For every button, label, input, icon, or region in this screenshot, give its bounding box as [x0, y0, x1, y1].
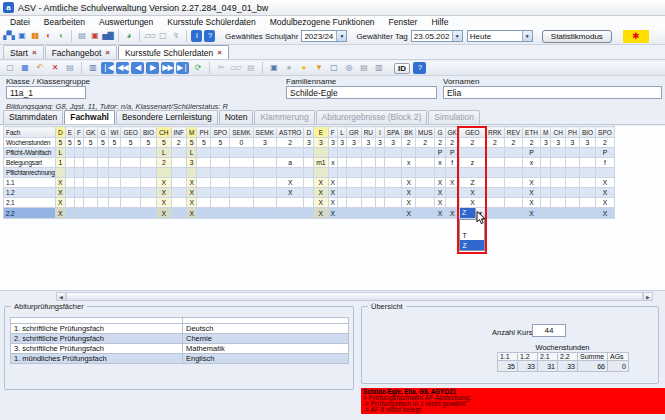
grid-cell[interactable]: Z [459, 178, 485, 188]
grid-column-eth[interactable]: ETH [523, 127, 541, 138]
grid-cell[interactable]: X [596, 188, 615, 198]
grid-cell[interactable]: 5 [140, 138, 156, 148]
grid-cell[interactable]: X [314, 208, 328, 219]
grid-cell[interactable]: L [157, 148, 171, 158]
grid-cell[interactable]: X [328, 188, 338, 198]
grid-cell[interactable] [211, 198, 230, 208]
cut-icon[interactable]: ✂ [214, 62, 227, 74]
modules-icon[interactable]: ▞▚ [3, 30, 14, 42]
grid-column-astro[interactable]: ASTRO [277, 127, 304, 138]
grid-cell[interactable] [140, 198, 156, 208]
grid-cell[interactable]: a [277, 158, 304, 168]
menu-item-hilfe[interactable]: Hilfe [424, 17, 455, 27]
grid-cell[interactable]: X [314, 188, 328, 198]
grid-column-d[interactable]: D [56, 127, 66, 138]
grid-cell[interactable]: 3 [338, 138, 347, 148]
grid-cell[interactable] [361, 188, 375, 198]
grid-cell[interactable] [65, 178, 74, 188]
grid-cell[interactable]: X [56, 198, 66, 208]
grid-cell[interactable] [75, 168, 84, 178]
grid-column-f[interactable]: F [328, 127, 338, 138]
grid-cell[interactable]: X [157, 188, 171, 198]
grid-cell[interactable]: X [186, 188, 196, 198]
grid-row-label-2-1[interactable]: 2.1 [4, 198, 56, 208]
grid-cell[interactable]: X [445, 178, 459, 188]
grid-cell[interactable] [504, 188, 522, 198]
grid-cell[interactable] [445, 198, 459, 208]
grid-cell[interactable] [416, 198, 435, 208]
dropdown-option[interactable]: Z [460, 240, 484, 250]
grid-cell[interactable]: X [523, 198, 541, 208]
scroll-right-icon[interactable] [643, 293, 652, 300]
grid-cell[interactable]: x [435, 158, 445, 168]
grid-cell[interactable]: x [523, 158, 541, 168]
grid-cell[interactable] [140, 168, 156, 178]
menu-item-datei[interactable]: Datei [3, 17, 37, 27]
grid-cell[interactable]: X [56, 178, 66, 188]
grid-cell[interactable]: 2 [157, 158, 171, 168]
grid-cell[interactable] [346, 188, 361, 198]
grid-cell[interactable]: 3 [579, 138, 595, 148]
grid-cell[interactable] [384, 168, 402, 178]
grid-cell[interactable] [75, 148, 84, 158]
grid-column-inf[interactable]: INF [171, 127, 186, 138]
grid-cell[interactable] [445, 168, 459, 178]
grid-cell[interactable] [416, 158, 435, 168]
subtab-klammerung[interactable]: Klammerung [254, 110, 314, 124]
grid-cell[interactable] [98, 198, 108, 208]
grid-cell[interactable] [338, 208, 347, 219]
grid-cell[interactable] [121, 188, 140, 198]
grid-cell[interactable]: 5 [108, 138, 121, 148]
grid-cell[interactable]: X [186, 178, 196, 188]
grid-cell[interactable] [551, 198, 565, 208]
grid-cell[interactable] [338, 178, 347, 188]
grid-cell[interactable]: X [435, 188, 445, 198]
grid-column-spo[interactable]: SPO [596, 127, 615, 138]
grid-cell[interactable] [551, 168, 565, 178]
grid-cell[interactable] [384, 148, 402, 158]
grid-cell[interactable] [98, 168, 108, 178]
grid-cell[interactable]: X [314, 198, 328, 208]
menu-item-kursstufe-schülerdaten[interactable]: Kursstufe Schülerdaten [160, 17, 262, 27]
window-gray-icon[interactable]: ▢ [157, 30, 168, 42]
grid-cell[interactable] [579, 148, 595, 158]
grid-cell[interactable]: x [402, 158, 416, 168]
grid-column-geo[interactable]: GEO [121, 127, 140, 138]
subtab-fachwahl[interactable]: Fachwahl [64, 110, 115, 124]
grid-cell[interactable]: X [523, 208, 541, 219]
grid-cell[interactable] [230, 158, 253, 168]
grid-cell[interactable]: 1 [56, 158, 66, 168]
grid-column-gk[interactable]: GK [445, 127, 459, 138]
print-preview-icon[interactable]: ▥ [372, 62, 385, 74]
grid-cell[interactable] [253, 188, 276, 198]
grid-cell[interactable] [65, 208, 74, 219]
grid-cell[interactable] [304, 198, 314, 208]
grid-cell[interactable]: X [596, 208, 615, 219]
grid-cell[interactable] [416, 188, 435, 198]
grid-column-ch[interactable]: CH [551, 127, 565, 138]
grid-cell[interactable] [84, 168, 98, 178]
grid-cell[interactable]: X [56, 208, 66, 219]
grid-cell[interactable] [376, 198, 385, 208]
subtab-simulation[interactable]: Simulation [428, 110, 480, 124]
alert-indicator[interactable]: ✱ [623, 30, 649, 43]
grid-cell[interactable] [211, 168, 230, 178]
grid-cell[interactable] [361, 158, 375, 168]
dropdown-option[interactable]: T [460, 230, 484, 240]
grid-cell[interactable] [541, 148, 551, 158]
grid-cell[interactable] [277, 208, 304, 219]
grid-cell[interactable]: P [523, 148, 541, 158]
undo-icon[interactable]: ↶ [33, 62, 46, 74]
grid-column-i[interactable]: I [376, 127, 385, 138]
grid-cell[interactable]: 3 [541, 138, 551, 148]
period-select[interactable]: Heute [467, 30, 533, 42]
grid-cell[interactable] [98, 188, 108, 198]
grid-cell[interactable] [75, 208, 84, 219]
grid-cell[interactable] [121, 158, 140, 168]
grid-cell[interactable]: 2 [435, 138, 445, 148]
grid-column-m[interactable]: M [186, 127, 196, 138]
next-record-icon[interactable]: ▶ [146, 62, 159, 74]
grid-cell[interactable]: 5 [65, 138, 74, 148]
grid-column-wi[interactable]: WI [108, 127, 121, 138]
grid-cell[interactable]: 2 [171, 138, 186, 148]
